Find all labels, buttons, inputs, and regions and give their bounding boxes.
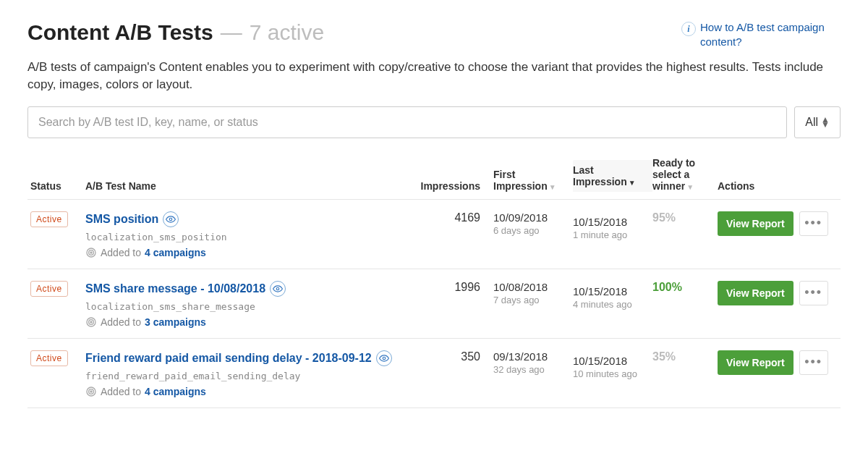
first-impression-date: 09/13/2018 (493, 350, 566, 363)
eye-icon[interactable] (270, 281, 286, 297)
last-impression-relative: 1 minute ago (573, 229, 645, 240)
target-icon (85, 247, 97, 258)
added-to-label: Added to (101, 247, 141, 258)
col-impressions: Impressions (414, 180, 493, 192)
eye-icon[interactable] (163, 211, 179, 227)
title-main: Content A/B Tests (27, 20, 213, 45)
target-icon (85, 386, 97, 397)
ready-percent: 95% (652, 211, 676, 224)
status-badge: Active (30, 281, 68, 297)
col-actions: Actions (718, 180, 841, 192)
help-link[interactable]: How to A/B test campaign content? (700, 20, 841, 48)
test-key: localization_sms_share_message (85, 301, 407, 312)
more-actions-button[interactable]: ••• (799, 281, 828, 305)
view-report-button[interactable]: View Report (718, 211, 793, 236)
active-count: 7 active (250, 20, 324, 45)
eye-icon[interactable] (376, 350, 392, 366)
page-description: A/B tests of campaign's Content enables … (27, 59, 841, 93)
col-name: A/B Test Name (85, 180, 414, 192)
added-to-label: Added to (101, 386, 141, 397)
test-key: localization_sms_position (85, 232, 407, 242)
filter-label: All (805, 116, 818, 129)
svg-point-3 (90, 252, 92, 253)
test-name-link[interactable]: SMS share message - 10/08/2018 (85, 282, 265, 295)
svg-point-11 (90, 391, 92, 392)
first-impression-relative: 32 days ago (493, 364, 566, 375)
chevron-sort-icon: ▲▼ (821, 117, 830, 127)
table-row: Active SMS share message - 10/08/2018 lo… (27, 269, 841, 339)
table-header: Status A/B Test Name Impressions First I… (27, 151, 841, 200)
impressions-value: 350 (461, 350, 480, 363)
svg-point-7 (90, 321, 92, 323)
impressions-value: 1996 (454, 281, 480, 293)
target-icon (85, 316, 97, 328)
ready-percent: 35% (652, 350, 676, 363)
tests-table: Status A/B Test Name Impressions First I… (27, 151, 841, 408)
status-badge: Active (30, 211, 68, 227)
added-to-label: Added to (101, 316, 141, 328)
last-impression-relative: 10 minutes ago (573, 368, 645, 379)
sort-caret-icon: ▼ (686, 183, 694, 191)
last-impression-date: 10/15/2018 (573, 355, 645, 367)
table-row: Active SMS position localization_sms_pos… (27, 200, 841, 269)
status-badge: Active (30, 350, 68, 366)
svg-point-4 (276, 287, 279, 290)
campaigns-link[interactable]: 4 campaigns (145, 247, 206, 258)
view-report-button[interactable]: View Report (718, 350, 793, 375)
campaigns-link[interactable]: 4 campaigns (145, 386, 206, 397)
col-status: Status (27, 180, 85, 192)
more-actions-button[interactable]: ••• (799, 350, 828, 375)
test-key: friend_reward_paid_email_sending_delay (85, 371, 407, 381)
col-ready[interactable]: Ready to select a winner▼ (652, 157, 718, 192)
sort-caret-icon: ▼ (629, 179, 636, 187)
first-impression-date: 10/08/2018 (493, 281, 566, 293)
ready-percent: 100% (652, 281, 682, 293)
svg-point-8 (383, 357, 386, 360)
first-impression-relative: 7 days ago (493, 295, 566, 305)
col-first-impression[interactable]: First Impression▼ (493, 169, 573, 192)
last-impression-date: 10/15/2018 (573, 285, 645, 297)
info-icon: i (681, 22, 696, 36)
impressions-value: 4169 (454, 211, 480, 224)
campaigns-link[interactable]: 3 campaigns (145, 316, 206, 328)
sort-caret-icon: ▼ (549, 183, 556, 191)
col-last-impression[interactable]: Last Impression▼ (573, 160, 652, 192)
table-row: Active Friend reward paid email sending … (27, 339, 841, 408)
page-title: Content A/B Tests — 7 active (27, 20, 324, 45)
test-name-link[interactable]: Friend reward paid email sending delay -… (85, 352, 372, 365)
svg-point-0 (170, 218, 173, 221)
more-actions-button[interactable]: ••• (799, 211, 828, 236)
test-name-link[interactable]: SMS position (85, 213, 158, 226)
last-impression-date: 10/15/2018 (573, 216, 645, 228)
last-impression-relative: 4 minutes ago (573, 299, 645, 310)
first-impression-relative: 6 days ago (493, 225, 566, 236)
filter-dropdown[interactable]: All ▲▼ (794, 106, 841, 138)
search-input[interactable] (27, 106, 787, 138)
first-impression-date: 10/09/2018 (493, 211, 566, 224)
title-separator: — (221, 20, 242, 45)
view-report-button[interactable]: View Report (718, 281, 793, 305)
